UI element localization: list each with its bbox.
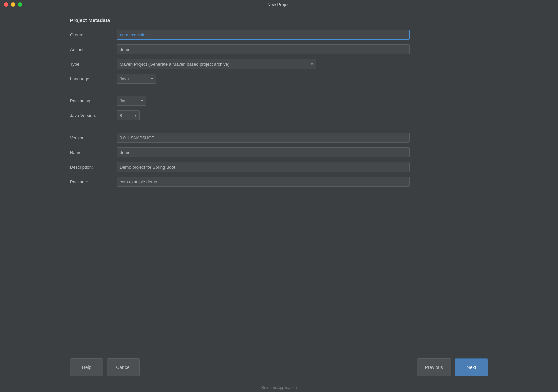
type-select-wrapper: Maven Project (Generate a Maven based pr… (117, 59, 316, 69)
footer-left: Help Cancel (70, 358, 140, 376)
name-row: Name: (70, 147, 488, 157)
previous-button[interactable]: Previous (417, 358, 451, 376)
name-input[interactable] (117, 147, 410, 157)
window-title: New Project (267, 2, 291, 7)
type-select[interactable]: Maven Project (Generate a Maven based pr… (117, 59, 316, 69)
description-input[interactable] (117, 162, 410, 172)
group-row: Group: (70, 30, 488, 40)
java-version-label: Java Version: (70, 113, 117, 118)
language-select[interactable]: Java Kotlin Groovy (117, 74, 156, 84)
footer-right: Previous Next (417, 358, 488, 376)
group-input[interactable] (117, 30, 410, 40)
close-button[interactable] (4, 2, 8, 7)
artifact-row: Artifact: (70, 44, 488, 54)
language-row: Language: Java Kotlin Groovy ▼ (70, 74, 488, 84)
packaging-select-wrapper: Jar War ▼ (117, 96, 146, 106)
package-input[interactable] (117, 177, 410, 187)
dialog: Project Metadata Group: Artifact: Type: … (59, 9, 499, 383)
version-label: Version: (70, 135, 117, 140)
description-row: Description: (70, 162, 488, 172)
type-label: Type: (70, 62, 117, 67)
packaging-select[interactable]: Jar War (117, 96, 146, 106)
title-bar: New Project (0, 0, 558, 9)
version-input[interactable] (117, 133, 410, 143)
bottom-bar-text: RuidemoApplication (261, 385, 297, 390)
divider (70, 91, 488, 91)
cancel-button[interactable]: Cancel (107, 358, 140, 376)
help-button[interactable]: Help (70, 358, 103, 376)
packaging-row: Packaging: Jar War ▼ (70, 96, 488, 106)
artifact-input[interactable] (117, 44, 410, 54)
name-label: Name: (70, 150, 117, 155)
artifact-label: Artifact: (70, 47, 117, 52)
java-version-row: Java Version: 8 11 17 21 ▼ (70, 110, 488, 120)
footer: Help Cancel Previous Next (70, 353, 488, 383)
form-container: Group: Artifact: Type: Maven Project (Ge… (70, 30, 488, 191)
main-content: Project Metadata Group: Artifact: Type: … (59, 9, 499, 383)
divider2 (70, 128, 488, 128)
package-label: Package: (70, 179, 117, 184)
next-button[interactable]: Next (455, 358, 488, 376)
type-row: Type: Maven Project (Generate a Maven ba… (70, 59, 488, 69)
language-label: Language: (70, 76, 117, 81)
bottom-bar: RuidemoApplication (0, 383, 558, 392)
section-title: Project Metadata (70, 17, 488, 23)
minimize-button[interactable] (11, 2, 15, 7)
package-row: Package: (70, 177, 488, 187)
java-version-select[interactable]: 8 11 17 21 (117, 110, 140, 120)
java-version-select-wrapper: 8 11 17 21 ▼ (117, 110, 140, 120)
group-label: Group: (70, 32, 117, 37)
maximize-button[interactable] (18, 2, 22, 7)
window-controls[interactable] (4, 2, 22, 7)
language-select-wrapper: Java Kotlin Groovy ▼ (117, 74, 156, 84)
version-row: Version: (70, 133, 488, 143)
description-label: Description: (70, 165, 117, 170)
packaging-label: Packaging: (70, 98, 117, 103)
